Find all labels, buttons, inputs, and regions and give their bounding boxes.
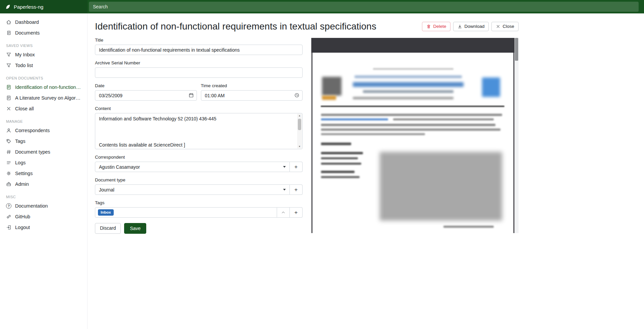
download-button[interactable]: Download (453, 22, 489, 32)
sidebar-item-label: Logs (15, 160, 25, 165)
gear-icon (6, 171, 11, 176)
sidebar-item-label: Logout (15, 225, 30, 230)
time-created-input[interactable] (201, 90, 303, 101)
document-actions: Delete Download Close (422, 22, 519, 32)
sidebar-item-document-types[interactable]: Document types (0, 147, 87, 157)
asn-label: Archive Serial Number (95, 60, 303, 65)
sidebar-item-admin[interactable]: Admin (0, 179, 87, 189)
blurred-content-block (482, 77, 500, 97)
preview-scrollbar[interactable] (515, 38, 519, 233)
sidebar-open-doc-1[interactable]: Identification of non-functional require… (0, 82, 87, 93)
sidebar-item-github[interactable]: GitHub (0, 211, 87, 222)
scroll-up-arrow[interactable]: ▲ (299, 114, 301, 118)
blurred-content-block (380, 152, 502, 221)
blurred-content-block (322, 77, 341, 96)
document-type-select[interactable]: Journal (95, 184, 290, 195)
sidebar-item-label: Dashboard (15, 19, 39, 25)
blurred-content-block (321, 152, 363, 154)
add-document-type-button[interactable]: + (290, 184, 303, 195)
sidebar-item-dashboard[interactable]: Dashboard (0, 17, 87, 28)
blurred-content-block (321, 114, 502, 116)
blurred-content-block (443, 226, 494, 228)
blurred-content-block (321, 143, 351, 145)
funnel-icon (6, 63, 11, 68)
correspondent-label: Correspondent (95, 155, 303, 160)
sidebar-item-label: A Literature Survey on Algorithms for Mu… (15, 95, 81, 101)
sidebar-item-logs[interactable]: Logs (0, 157, 87, 168)
content-textarea[interactable]: Information and Software Technology 52 (… (95, 113, 302, 149)
delete-button[interactable]: Delete (422, 22, 450, 32)
link-icon (6, 214, 11, 219)
plus-icon: + (294, 210, 298, 215)
sidebar-item-label: Correspondents (15, 128, 50, 133)
sidebar-item-label: My Inbox (15, 52, 35, 57)
sidebar-section-misc: MISC (0, 189, 87, 201)
pdf-viewer (311, 38, 515, 233)
sidebar-item-label: Todo list (15, 63, 33, 68)
tag-badge-inbox[interactable]: Inbox (98, 209, 114, 216)
search-bar (88, 0, 644, 13)
blurred-content-block (322, 96, 336, 100)
blurred-content-block (321, 124, 495, 126)
sidebar-item-close-all[interactable]: Close all (0, 103, 87, 114)
content-label: Content (95, 106, 303, 111)
content-scrollbar[interactable]: ▲ ▼ (297, 114, 302, 149)
document-type-label: Document type (95, 177, 303, 182)
app-brand[interactable]: Paperless-ng (0, 0, 88, 13)
discard-button[interactable]: Discard (95, 223, 121, 234)
sidebar-item-label: Documentation (15, 203, 48, 209)
tags-input[interactable]: Inbox (95, 207, 277, 218)
sidebar-item-correspondents[interactable]: Correspondents (0, 125, 87, 136)
tag-icon (6, 139, 11, 144)
funnel-icon (6, 52, 11, 57)
title-input[interactable] (95, 45, 303, 55)
blurred-content-block (353, 82, 464, 87)
blurred-content-block (321, 133, 425, 135)
close-icon (6, 106, 11, 111)
sidebar-section-manage: MANAGE (0, 114, 87, 125)
add-tag-button[interactable]: + (290, 207, 303, 218)
title-label: Title (95, 38, 303, 43)
person-icon (6, 128, 11, 133)
question-circle-icon: ? (6, 203, 11, 209)
plus-icon: + (294, 164, 298, 170)
tags-label: Tags (95, 200, 303, 205)
brand-name: Paperless-ng (14, 4, 43, 10)
scroll-down-arrow[interactable]: ▼ (299, 145, 301, 149)
sidebar-open-doc-2[interactable]: A Literature Survey on Algorithms for Mu… (0, 93, 87, 103)
blurred-content-block (321, 106, 504, 107)
pdf-toolbar[interactable] (311, 38, 515, 53)
close-button[interactable]: Close (491, 22, 519, 32)
document-header: Identification of non-functional require… (88, 13, 519, 32)
documents-icon (6, 30, 11, 36)
sidebar-item-label: Settings (15, 171, 33, 176)
blurred-content-block (321, 171, 355, 173)
sidebar-item-label: Tags (15, 139, 25, 144)
save-button[interactable]: Save (124, 223, 146, 234)
archive-serial-number-input[interactable] (95, 67, 303, 78)
blurred-content-block (321, 163, 361, 165)
sidebar-item-my-inbox[interactable]: My Inbox (0, 49, 87, 60)
preview-scroll-thumb[interactable] (515, 38, 518, 61)
caret-up-icon (281, 210, 285, 215)
logout-icon (6, 225, 11, 230)
select-caret-icon (283, 166, 286, 168)
date-input[interactable] (95, 90, 197, 101)
file-text-icon (6, 85, 11, 90)
blurred-content-block (355, 75, 462, 78)
sidebar: Dashboard Documents SAVED VIEWS My Inbox… (0, 13, 88, 329)
scroll-thumb[interactable] (298, 119, 301, 130)
sidebar-item-documents[interactable]: Documents (0, 28, 87, 38)
sidebar-item-settings[interactable]: Settings (0, 168, 87, 179)
search-input[interactable] (89, 2, 639, 12)
blurred-content-block (393, 118, 494, 120)
blurred-content-block (321, 128, 500, 131)
sidebar-item-documentation[interactable]: ? Documentation (0, 201, 87, 211)
sidebar-item-tags[interactable]: Tags (0, 136, 87, 147)
tags-dropdown-toggle[interactable] (277, 207, 290, 218)
sidebar-item-todo-list[interactable]: Todo list (0, 60, 87, 71)
sidebar-item-logout[interactable]: Logout (0, 222, 87, 233)
add-correspondent-button[interactable]: + (290, 162, 303, 172)
correspondent-select[interactable]: Agustin Casamayor (95, 162, 290, 172)
blurred-content-block (353, 97, 453, 99)
